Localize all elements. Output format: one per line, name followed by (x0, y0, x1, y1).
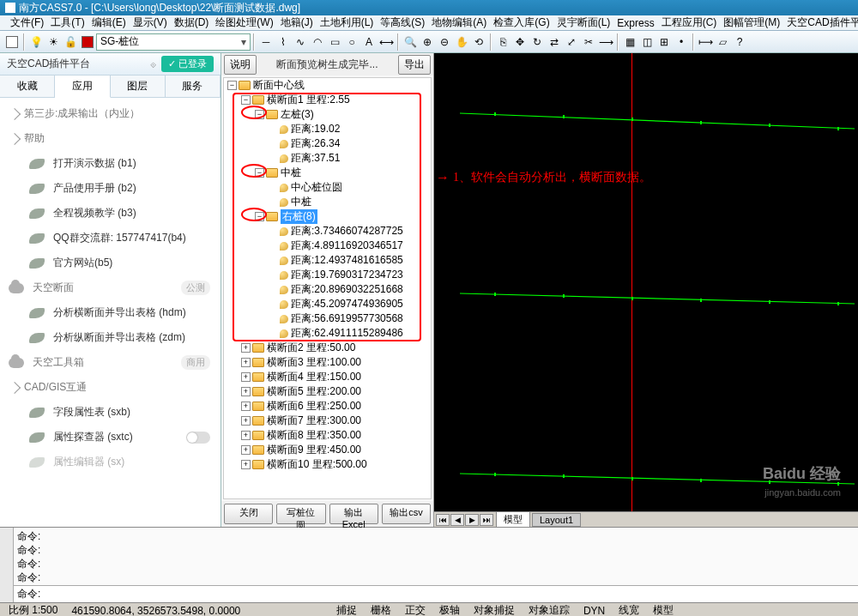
tree-node[interactable]: 中心桩位圆 (224, 180, 431, 195)
tb-text[interactable]: A (361, 34, 377, 50)
cat-help[interactable]: 帮助 (0, 126, 221, 151)
tb-zoomout[interactable]: ⊖ (437, 34, 452, 50)
tree-toggle[interactable]: − (241, 95, 251, 105)
menu-landu[interactable]: 土地利用(L) (317, 15, 378, 30)
desc-button[interactable]: 说明 (224, 55, 257, 75)
tree-node[interactable]: 距离:56.6919957730568 (224, 311, 431, 326)
item-b4[interactable]: QQ群交流群: 157747417(b4) (0, 226, 221, 251)
menu-edit[interactable]: 编辑(E) (88, 15, 130, 30)
close-button[interactable]: 关闭 (224, 504, 273, 524)
tb-arc[interactable]: ◠ (310, 34, 325, 50)
item-sxb[interactable]: 字段属性表 (sxb) (0, 400, 221, 425)
tab-next[interactable]: ▶ (465, 514, 479, 526)
item-sxtc[interactable]: 属性探查器 (sxtc) (0, 425, 221, 450)
tree-node[interactable]: +横断面10 里程:500.00 (224, 457, 431, 472)
menu-land[interactable]: 地籍(J) (277, 15, 317, 30)
tb-extend[interactable]: ⟶ (598, 34, 613, 50)
viewport[interactable]: → 1、软件会自动分析出，横断面数据。 ⏮ ◀ ▶ ⏭ 模型 Layout1 B… (434, 53, 858, 527)
tb-copy[interactable]: ⎘ (495, 34, 511, 50)
tree-node[interactable]: 距离:3.73466074287725 (224, 224, 431, 239)
tree-toggle[interactable]: − (255, 168, 264, 178)
tree-toggle[interactable]: + (241, 387, 251, 396)
sb-dyn[interactable]: DYN (580, 604, 608, 617)
sb-scale[interactable]: 比例 1:500 (5, 602, 61, 616)
menu-file[interactable]: 文件(F) (7, 15, 47, 30)
cmd-history[interactable]: 命令: 命令: 命令: 命令: (14, 528, 858, 585)
item-sx[interactable]: 属性编辑器 (sx) (0, 450, 221, 474)
tb-scale[interactable]: ⤢ (564, 34, 579, 50)
cmd-input[interactable]: 命令: (14, 585, 858, 602)
sb-ortho[interactable]: 正交 (402, 602, 429, 616)
tb-point[interactable]: • (674, 34, 689, 50)
menu-check[interactable]: 检查入库(G) (490, 15, 553, 30)
tb-sun[interactable]: ☀ (45, 34, 61, 50)
toggle-off[interactable] (186, 432, 210, 444)
tree-node[interactable]: −右桩(8) (224, 209, 431, 224)
tree-node[interactable]: −断面中心线 (224, 78, 431, 93)
tb-dist[interactable]: ⟼ (698, 34, 713, 50)
tree-toggle[interactable]: + (241, 343, 251, 353)
tree-toggle[interactable]: − (227, 81, 237, 90)
tree-node[interactable]: 距离:37.51 (224, 151, 431, 166)
tb-rect[interactable]: ▭ (327, 34, 342, 50)
tree-node[interactable]: 距离:19.02 (224, 122, 431, 136)
tree-node[interactable]: +横断面4 里程:150.00 (224, 370, 431, 384)
tab-model[interactable]: 模型 (496, 511, 530, 527)
tree-node[interactable]: −中桩 (224, 166, 431, 180)
tree-toggle[interactable]: + (241, 431, 251, 440)
menu-eng[interactable]: 工程应用(C) (658, 15, 721, 30)
item-b3[interactable]: 全程视频教学 (b3) (0, 201, 221, 226)
tb-prev[interactable]: ⟲ (471, 34, 486, 50)
tab-prev[interactable]: ◀ (450, 514, 464, 526)
tree-node[interactable]: +横断面2 里程:50.00 (224, 341, 431, 355)
tree-node[interactable]: 距离:26.34 (224, 136, 431, 151)
tab-app[interactable]: 应用 (55, 75, 110, 98)
tree-node[interactable]: 距离:20.8969032251668 (224, 282, 431, 297)
tree-node[interactable]: 距离:45.2097474936905 (224, 297, 431, 311)
tab-layout1[interactable]: Layout1 (532, 513, 581, 527)
tree-node[interactable]: +横断面8 里程:350.00 (224, 428, 431, 443)
menu-contour[interactable]: 等高线(S) (377, 15, 428, 30)
menu-draw[interactable]: 绘图处理(W) (212, 15, 276, 30)
tree-toggle[interactable]: + (241, 416, 251, 426)
tb-mirror[interactable]: ⇄ (547, 34, 562, 50)
tree-node[interactable]: 距离:19.7690317234723 (224, 268, 431, 282)
tb-poly[interactable]: ⌇ (275, 34, 291, 50)
sb-polar[interactable]: 极轴 (436, 602, 463, 616)
tree-toggle[interactable]: + (241, 402, 251, 411)
menu-data[interactable]: 数据(D) (171, 15, 213, 30)
item-b5[interactable]: 官方网站(b5) (0, 251, 221, 275)
tree-toggle[interactable]: − (255, 110, 264, 119)
tree-toggle[interactable]: + (241, 372, 251, 382)
menu-tools[interactable]: 工具(T) (47, 15, 88, 30)
tree-node[interactable]: +横断面3 里程:100.00 (224, 355, 431, 370)
tab-last[interactable]: ⏭ (480, 514, 493, 526)
lp-body[interactable]: 第三步:成果输出（内业） 帮助 打开演示数据 (b1) 产品使用手册 (b2) … (0, 98, 221, 527)
tree-node[interactable]: +横断面9 里程:450.00 (224, 443, 431, 457)
menu-express[interactable]: Express (613, 17, 657, 29)
menu-ly[interactable]: 灵宇断面(L) (553, 15, 614, 30)
tree[interactable]: −断面中心线−横断面1 里程:2.55−左桩(3)距离:19.02距离:26.3… (223, 77, 432, 499)
tree-node[interactable]: 距离:12.4937481616585 (224, 253, 431, 268)
tb-trim[interactable]: ✂ (581, 34, 596, 50)
sb-otrack[interactable]: 对象追踪 (525, 602, 573, 616)
tb-circle[interactable]: ○ (344, 34, 360, 50)
menu-plugin[interactable]: 天空CAD插件平台1.7 (783, 15, 858, 30)
tab-service[interactable]: 服务 (166, 75, 221, 97)
sb-osnap[interactable]: 对象捕捉 (470, 602, 518, 616)
tb-bulb[interactable]: 💡 (28, 34, 44, 50)
tree-toggle[interactable]: + (241, 460, 251, 469)
tree-node[interactable]: +横断面7 里程:300.00 (224, 414, 431, 428)
tb-rotate[interactable]: ↻ (529, 34, 545, 50)
write-button[interactable]: 写桩位圆 (276, 504, 325, 524)
sb-grid[interactable]: 栅格 (367, 602, 395, 616)
tab-fav[interactable]: 收藏 (0, 75, 55, 97)
csv-button[interactable]: 输出csv (382, 504, 431, 524)
tree-node[interactable]: +横断面5 里程:200.00 (224, 384, 431, 399)
export-button[interactable]: 导出 (398, 55, 431, 75)
cat-step[interactable]: 第三步:成果输出（内业） (0, 101, 221, 126)
tree-node[interactable]: 距离:4.89116920346517 (224, 239, 431, 253)
tree-node[interactable]: −左桩(3) (224, 107, 431, 122)
item-b1[interactable]: 打开演示数据 (b1) (0, 151, 221, 176)
tb-dim[interactable]: ⟷ (378, 34, 394, 50)
